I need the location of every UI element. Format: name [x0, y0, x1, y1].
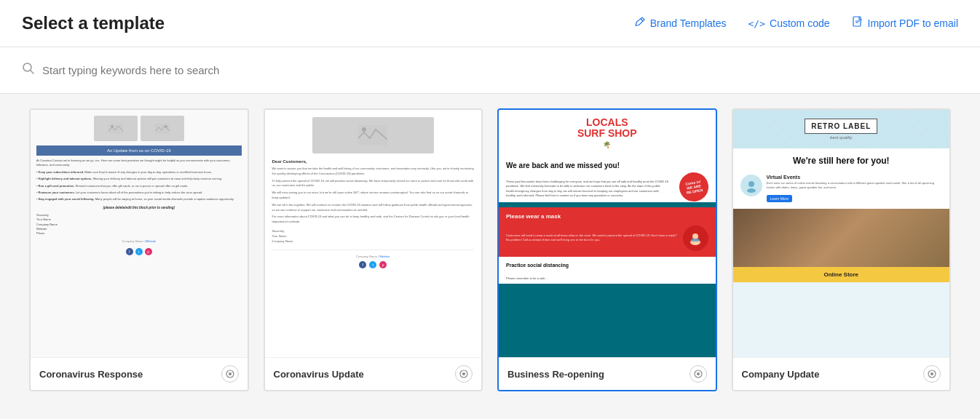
brand-templates-link[interactable]: Brand Templates: [634, 16, 727, 31]
svg-rect-14: [691, 239, 700, 242]
template-preview: LOCALSSURF SHOP 🌴 We are back and we mis…: [499, 110, 716, 357]
preview-button[interactable]: [689, 365, 707, 383]
template-preview: An Update from us on COVID-19 At Constan…: [31, 110, 248, 357]
code-icon: </>: [748, 18, 765, 29]
template-preview: RETRO LABEL best quality We're still her…: [733, 110, 950, 357]
custom-code-link[interactable]: </> Custom code: [748, 17, 830, 29]
template-card[interactable]: LOCALSSURF SHOP 🌴 We are back and we mis…: [497, 108, 717, 391]
svg-point-18: [747, 188, 756, 193]
template-name: Coronavirus Update: [274, 369, 364, 380]
preview-button[interactable]: [455, 365, 473, 383]
template-footer: Company Update: [733, 357, 950, 390]
svg-point-20: [930, 372, 933, 375]
search-input[interactable]: [42, 64, 958, 76]
svg-point-5: [165, 125, 167, 128]
custom-code-label: Custom code: [770, 17, 829, 29]
svg-point-11: [462, 372, 465, 375]
template-card[interactable]: An Update from us on COVID-19 At Constan…: [29, 108, 249, 391]
template-3-header: LOCALSSURF SHOP 🌴: [499, 110, 716, 156]
header-actions: Brand Templates </> Custom code Import P…: [634, 16, 958, 31]
templates-grid: An Update from us on COVID-19 At Constan…: [0, 94, 980, 406]
search-icon: [22, 62, 35, 79]
template-1-body: At Constant Contact we're learning as we…: [36, 159, 242, 255]
template-card[interactable]: RETRO LABEL best quality We're still her…: [732, 108, 952, 391]
pdf-icon: [852, 16, 864, 31]
preview-button[interactable]: [221, 365, 239, 383]
svg-point-12: [692, 234, 698, 239]
svg-point-17: [748, 181, 754, 187]
template-name: Business Re-opening: [507, 369, 604, 380]
template-name: Company Update: [742, 369, 820, 380]
template-footer: Business Re-opening: [499, 357, 716, 390]
brand-templates-label: Brand Templates: [650, 17, 727, 29]
preview-button[interactable]: [923, 365, 941, 383]
paint-brush-icon: [634, 16, 646, 31]
svg-point-3: [111, 125, 114, 128]
template-1-header: An Update from us on COVID-19: [36, 145, 242, 156]
template-name: Coronavirus Response: [39, 369, 143, 380]
template-2-greeting: Dear Customers,: [272, 159, 475, 164]
template-footer: Coronavirus Update: [265, 357, 482, 390]
page-wrapper: Select a template Brand Templates </> Cu…: [0, 0, 980, 406]
page-title: Select a template: [22, 13, 165, 33]
import-pdf-link[interactable]: Import PDF to email: [852, 16, 958, 31]
template-footer: Coronavirus Response: [31, 357, 248, 390]
search-bar-container: [0, 47, 980, 94]
import-pdf-label: Import PDF to email: [868, 17, 958, 29]
svg-point-16: [697, 372, 700, 375]
search-bar: [22, 62, 958, 79]
svg-point-9: [362, 127, 366, 132]
template-card[interactable]: Dear Customers, We want to assure you th…: [264, 108, 483, 391]
svg-point-7: [229, 372, 232, 375]
header: Select a template Brand Templates </> Cu…: [0, 0, 980, 47]
template-4-header: RETRO LABEL best quality: [733, 110, 950, 148]
template-preview: Dear Customers, We want to assure you th…: [265, 110, 482, 357]
svg-point-1: [23, 63, 31, 71]
